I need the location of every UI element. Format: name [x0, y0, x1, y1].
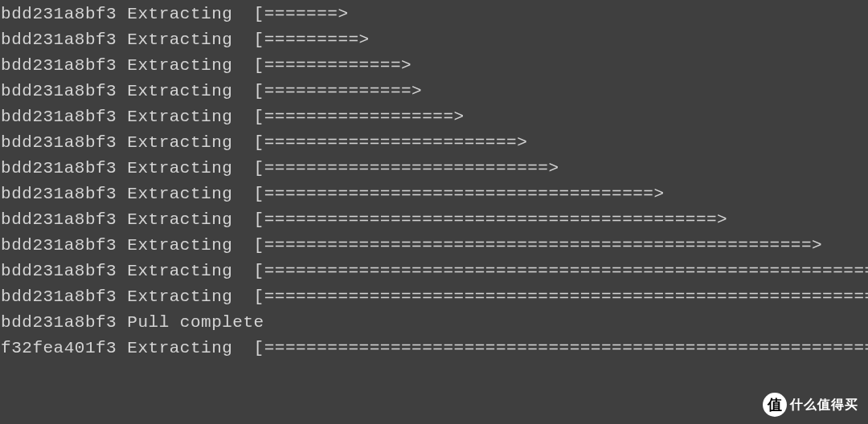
status-text: Extracting: [127, 339, 232, 357]
status-text: Extracting: [127, 262, 232, 280]
terminal-line: dbdd231a8bf3 Extracting [=======>: [0, 2, 868, 27]
terminal-line: dbdd231a8bf3 Extracting [===============…: [0, 104, 868, 130]
progress-bar: [==============>: [254, 82, 423, 100]
progress-bar: [=======================================…: [254, 210, 728, 229]
terminal-line: dbdd231a8bf3 Extracting [===============…: [0, 156, 868, 181]
progress-bar: [========================>: [254, 133, 528, 152]
terminal-line: 2f32fea401f3 Extracting [===============…: [0, 336, 868, 361]
layer-hash: dbdd231a8bf3: [0, 108, 117, 126]
layer-hash: dbdd231a8bf3: [0, 236, 117, 255]
status-text: Extracting: [127, 5, 232, 23]
layer-hash: dbdd231a8bf3: [0, 313, 117, 332]
terminal-line: dbdd231a8bf3 Extracting [===============…: [0, 259, 868, 284]
layer-hash: dbdd231a8bf3: [0, 133, 117, 152]
progress-bar: [===========================>: [254, 159, 559, 177]
watermark-text: 什么值得买: [790, 392, 858, 418]
layer-hash: dbdd231a8bf3: [0, 31, 117, 49]
progress-bar: [==================>: [254, 108, 465, 126]
layer-hash: dbdd231a8bf3: [0, 287, 117, 306]
watermark: 值 什么值得买: [763, 392, 858, 418]
status-text: Extracting: [127, 159, 232, 177]
terminal-line: dbdd231a8bf3 Extracting [===============…: [0, 233, 868, 259]
status-text: Extracting: [127, 185, 232, 203]
progress-bar: [=======================================…: [254, 339, 868, 357]
terminal-output: dbdd231a8bf3 Extracting [=======>dbdd231…: [0, 2, 868, 361]
status-text: Extracting: [127, 236, 232, 255]
status-text: Extracting: [127, 210, 232, 229]
status-text: Extracting: [127, 82, 232, 100]
progress-bar: [=======================================…: [254, 287, 868, 306]
status-text: Extracting: [127, 108, 232, 126]
layer-hash: 2f32fea401f3: [0, 339, 117, 357]
terminal-line: dbdd231a8bf3 Extracting [===============…: [0, 207, 868, 233]
progress-bar: [=======================================…: [254, 236, 823, 255]
terminal-line: dbdd231a8bf3 Extracting [===============…: [0, 284, 868, 310]
progress-bar: [=============>: [254, 56, 412, 75]
status-text: Extracting: [127, 31, 232, 49]
layer-hash: dbdd231a8bf3: [0, 56, 117, 75]
layer-hash: dbdd231a8bf3: [0, 210, 117, 229]
layer-hash: dbdd231a8bf3: [0, 185, 117, 203]
terminal-line: dbdd231a8bf3 Extracting [=========>: [0, 27, 868, 53]
status-text: Extracting: [127, 56, 232, 75]
status-text: Pull complete: [127, 313, 264, 332]
progress-bar: [=======>: [254, 5, 349, 23]
terminal-line: dbdd231a8bf3 Extracting [==============>: [0, 79, 868, 104]
progress-bar: [=======================================…: [254, 262, 868, 280]
status-text: Extracting: [127, 287, 232, 306]
layer-hash: dbdd231a8bf3: [0, 5, 117, 23]
status-text: Extracting: [127, 133, 232, 152]
progress-bar: [=====================================>: [254, 185, 665, 203]
terminal-line: dbdd231a8bf3 Extracting [=============>: [0, 53, 868, 79]
terminal-line: dbdd231a8bf3 Extracting [===============…: [0, 181, 868, 207]
terminal-line: dbdd231a8bf3 Pull complete: [0, 310, 868, 336]
layer-hash: dbdd231a8bf3: [0, 82, 117, 100]
terminal-line: dbdd231a8bf3 Extracting [===============…: [0, 130, 868, 156]
layer-hash: dbdd231a8bf3: [0, 159, 117, 177]
watermark-badge-icon: 值: [763, 393, 787, 417]
progress-bar: [=========>: [254, 31, 370, 49]
layer-hash: dbdd231a8bf3: [0, 262, 117, 280]
